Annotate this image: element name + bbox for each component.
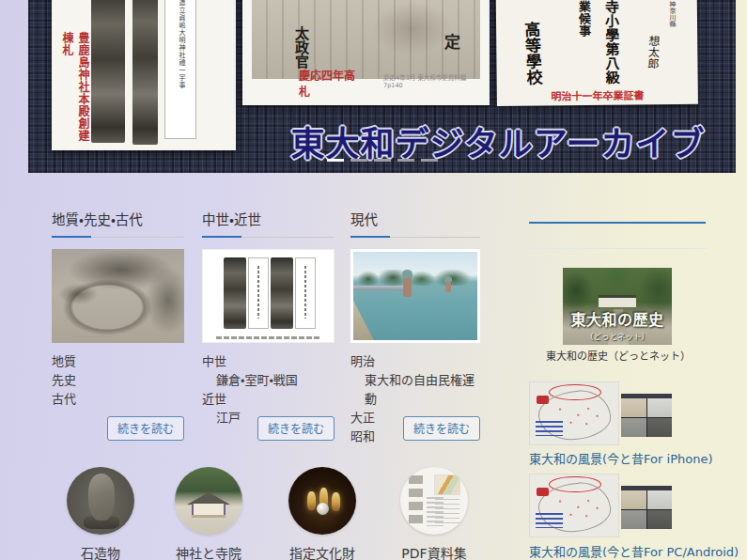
- list-item[interactable]: 東大和の自由民権運動: [350, 371, 480, 409]
- decor: [271, 257, 293, 329]
- hero-carousel: 豊鹿島神社本殿創建棟札 造立眞嶋大明神社禮一宇事 太政官 定 慶応四年高札 慶応…: [28, 0, 736, 173]
- banner-overlay-title: 東大和の歴史: [563, 307, 672, 330]
- sidebar-heading-rule: [529, 222, 706, 224]
- decor: [537, 396, 549, 404]
- banner-overlay-subtitle: （どっとネット）: [563, 330, 672, 341]
- decor: [88, 474, 115, 521]
- hero-slide-caption-row: 慶応四年高札 慶応4年3月 東大和市史資料編7p140: [252, 67, 480, 99]
- list-item[interactable]: 古代: [52, 390, 184, 409]
- section-modern: 現代 明治 東大和の自由民権運動 大正 昭和 続きを読む: [350, 202, 480, 442]
- list-item[interactable]: 地質: [52, 352, 184, 371]
- decor: [647, 398, 673, 417]
- carousel-indicator[interactable]: [397, 159, 414, 162]
- decor: [621, 510, 646, 529]
- category-label[interactable]: 神社と寺院: [176, 543, 241, 560]
- list-item[interactable]: 近世: [202, 390, 335, 409]
- diploma-text: 業候事: [575, 0, 593, 37]
- list-item[interactable]: 鎌倉・室町・戦国: [202, 371, 335, 390]
- carousel-indicator[interactable]: [374, 159, 391, 162]
- sidebar-banner-caption: 東大和の歴史（どっとネット）: [542, 348, 694, 363]
- decor: [248, 257, 269, 329]
- list-item[interactable]: 中世: [202, 352, 335, 371]
- decor: [317, 503, 329, 515]
- section-medieval: 中世・近世 中世 鎌倉・室町・戦国 近世 江戸 続きを読む: [202, 202, 335, 442]
- printed-tablet-image: 造立眞嶋大明神社禮一宇事: [164, 0, 196, 139]
- carousel-indicator[interactable]: [327, 159, 344, 162]
- decor: [621, 418, 646, 437]
- section-heading-text: 中世・近世: [202, 212, 261, 227]
- wooden-tablet-image: [91, 0, 125, 143]
- section-ancient: 地質・先史・古代 地質 先史 古代 続きを読む: [52, 202, 184, 442]
- decor: [224, 257, 246, 329]
- hero-slide-caption: 明治十一年卒業証書: [497, 86, 698, 103]
- section-medieval-image[interactable]: [202, 249, 335, 343]
- shrine-gate-decor: [599, 298, 636, 307]
- read-more-button[interactable]: 続きを読む: [257, 416, 335, 441]
- printed-tablet-text: 造立眞嶋大明神社禮一宇事: [177, 0, 186, 89]
- decor: [295, 257, 316, 329]
- category-pdf-materials-image[interactable]: [400, 467, 468, 535]
- decor: [537, 488, 549, 496]
- category-label[interactable]: 指定文化財: [289, 543, 355, 560]
- decor: [216, 336, 320, 339]
- section-heading-text: 地質・先史・古代: [52, 212, 143, 227]
- decor: [307, 491, 316, 510]
- section-ancient-list: 地質 先史 古代: [52, 352, 184, 409]
- decor: [434, 474, 460, 495]
- diploma-text: 高等學校: [520, 21, 546, 86]
- decor: [647, 490, 673, 509]
- section-heading-text: 現代: [350, 212, 378, 227]
- reservoir-photo: [353, 252, 477, 340]
- decor: [435, 499, 459, 526]
- decor: [353, 286, 405, 290]
- photo-grid-thumbnail: [621, 394, 672, 437]
- sidebar-thumb-iphone[interactable]: [529, 381, 672, 447]
- wooden-tablet-image: [132, 0, 158, 145]
- section-heading: 現代: [350, 202, 480, 238]
- hero-slide-diploma[interactable]: 神奈川縣 想太郎 寺小學第八級 業候事 高等學校 明治十一年卒業証書: [495, 0, 698, 106]
- category-pdf-materials: PDF資料集: [400, 467, 468, 535]
- diploma-text: 想太郎: [645, 35, 661, 70]
- sidebar-thumb-pc-android[interactable]: [529, 474, 672, 539]
- hero-slide-subcaption: 慶応4年3月 東大和市史資料編7p140: [383, 72, 480, 89]
- sidebar-link-pc-android[interactable]: 東大和の風景(今と昔For PC/Android): [529, 542, 739, 560]
- section-heading: 中世・近世: [202, 202, 335, 238]
- list-item[interactable]: 先史: [52, 371, 184, 390]
- decor: [403, 276, 412, 297]
- sidebar-link-iphone[interactable]: 東大和の風景(今と昔For iPhone): [529, 449, 712, 467]
- decor: [647, 510, 673, 529]
- photo-grid-thumbnail: [621, 486, 672, 529]
- carousel-indicators: [327, 159, 438, 162]
- read-more-button[interactable]: 続きを読む: [107, 416, 184, 441]
- category-shrines-temples-image[interactable]: [175, 467, 242, 535]
- sidebar-divider: [527, 248, 707, 249]
- hero-slide-kosatsu[interactable]: 太政官 定 慶応四年高札 慶応4年3月 東大和市史資料編7p140: [242, 0, 490, 105]
- category-stone-artifacts-image[interactable]: [67, 467, 134, 535]
- category-shrines-temples: 神社と寺院: [175, 467, 242, 535]
- decor: [445, 281, 451, 292]
- kosatsu-text: 太政官: [291, 26, 311, 69]
- category-stone-artifacts: 石造物: [67, 467, 134, 535]
- section-modern-image[interactable]: [350, 249, 480, 343]
- decor: [192, 504, 226, 518]
- hero-slide-caption: 豊鹿島神社本殿創建棟札: [59, 32, 91, 150]
- hero-slide-munafuda[interactable]: 豊鹿島神社本殿創建棟札 造立眞嶋大明神社禮一宇事: [52, 0, 236, 150]
- category-label[interactable]: 石造物: [81, 543, 120, 560]
- decor: [536, 513, 563, 528]
- carousel-indicator[interactable]: [421, 159, 438, 162]
- decor: [536, 421, 563, 436]
- section-ancient-image[interactable]: [52, 249, 184, 343]
- sidebar-history-banner[interactable]: 東大和の歴史 （どっとネット）: [563, 268, 672, 345]
- read-more-button[interactable]: 続きを読む: [403, 416, 480, 441]
- category-cultural-properties-image[interactable]: [288, 467, 356, 535]
- decor: [353, 270, 477, 286]
- list-item[interactable]: 明治: [350, 352, 480, 371]
- kosatsu-text: 定: [440, 34, 463, 50]
- decor: [353, 301, 391, 340]
- carousel-indicator[interactable]: [350, 159, 367, 162]
- decor: [647, 418, 673, 437]
- category-label[interactable]: PDF資料集: [401, 543, 466, 560]
- map-thumbnail: [529, 474, 619, 537]
- decor: [621, 398, 646, 417]
- section-heading: 地質・先史・古代: [52, 202, 184, 238]
